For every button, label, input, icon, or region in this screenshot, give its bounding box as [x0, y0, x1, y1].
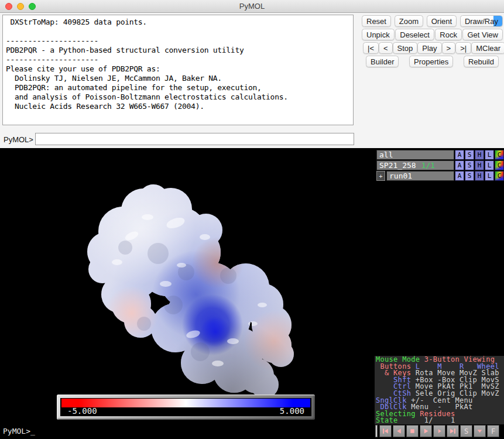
mouse-mode-panel: Mouse Mode 3-Button Viewing Buttons L M … — [375, 356, 504, 424]
orient-button-label: Orient — [431, 17, 452, 26]
hide-menu-button-all[interactable]: H — [475, 150, 484, 160]
skip-end-button[interactable] — [447, 425, 459, 437]
state-line[interactable]: State 1/ 1 — [376, 417, 504, 424]
stop-button[interactable]: Stop — [393, 42, 418, 54]
console-output[interactable]: DXStrToMap: 409825 data points. --------… — [2, 15, 354, 125]
object-label: run01 — [389, 172, 412, 180]
control-panel: ResetZoomOrientDraw/RayUnpickDeselectRoc… — [362, 15, 503, 69]
step-icon — [436, 427, 443, 435]
step-back-button[interactable] — [393, 425, 405, 437]
previous-frame-button-label: < — [383, 44, 388, 53]
rebuild-button-label: Rebuild — [468, 57, 494, 66]
side-panel: allASHLCSP21_2581/1ASHLC+run01ASHLC Mous… — [375, 148, 504, 424]
unpick-button[interactable]: Unpick — [362, 29, 395, 40]
label-menu-button-run01[interactable]: L — [485, 171, 494, 181]
properties-button[interactable]: Properties — [409, 56, 453, 67]
console-line — [6, 27, 350, 36]
previous-frame-button[interactable]: < — [379, 42, 393, 54]
last-frame-button[interactable]: >| — [455, 42, 471, 54]
scene-s-button[interactable]: S — [460, 425, 472, 437]
first-frame-button[interactable]: |< — [363, 42, 379, 54]
properties-button-label: Properties — [414, 57, 448, 66]
rock-button[interactable]: Rock — [435, 29, 462, 40]
get-view-button[interactable]: Get View — [462, 29, 503, 40]
color-menu-button-all[interactable]: C — [495, 150, 504, 160]
object-state-badge: 1/1 — [421, 161, 435, 170]
close-button[interactable] — [5, 3, 12, 10]
color-menu-button-sp21-258[interactable]: C — [495, 160, 504, 170]
minimize-button[interactable] — [17, 3, 24, 10]
molecule-surface[interactable] — [0, 148, 375, 424]
rock-button-label: Rock — [440, 30, 457, 39]
rebuild-button[interactable]: Rebuild — [464, 56, 499, 67]
action-menu-button-run01[interactable]: A — [455, 171, 464, 181]
console-line: --------------------- — [6, 36, 350, 46]
color-menu-button-run01[interactable]: C — [495, 171, 504, 181]
rewind-start-button[interactable] — [379, 425, 392, 437]
console-line: and analysis of Poisson-Boltzmann electr… — [6, 92, 350, 102]
object-label: SP21_258 — [379, 161, 416, 170]
scale-max-label: 5.000 — [280, 407, 304, 415]
label-menu-button-sp21-258[interactable]: L — [485, 160, 494, 170]
object-row-sp21-258: SP21_2581/1ASHLC — [376, 160, 504, 170]
viewport-3d[interactable]: -5.000 5.000 — [0, 148, 375, 424]
label-menu-button-all[interactable]: L — [485, 150, 494, 160]
play-icon — [422, 427, 430, 435]
command-input[interactable] — [35, 133, 354, 145]
prev-icon — [395, 427, 403, 435]
object-name-all[interactable]: all — [376, 150, 454, 160]
unpick-button-label: Unpick — [366, 30, 390, 39]
draw-ray-button[interactable]: Draw/Ray — [460, 15, 503, 27]
action-menu-button-sp21-258[interactable]: A — [455, 160, 464, 170]
hide-menu-button-run01[interactable]: H — [475, 171, 484, 181]
show-menu-button-all[interactable]: S — [465, 150, 474, 160]
builder-button[interactable]: Builder — [366, 56, 399, 67]
scalebar: -5.000 5.000 — [57, 395, 315, 420]
console-line: DXStrToMap: 409825 data points. — [6, 18, 350, 27]
next-frame-button[interactable]: > — [442, 42, 456, 54]
play-button-label: Play — [422, 44, 437, 53]
mclear-button[interactable]: MClear — [471, 42, 504, 54]
stop-icon — [409, 427, 416, 435]
object-name-run01[interactable]: run01 — [386, 171, 454, 181]
viewport-prompt: PyMOL>_ — [3, 427, 35, 435]
window-title: PyMOL — [0, 0, 504, 12]
scale-gradient — [61, 399, 310, 407]
last-frame-button-label: >| — [460, 44, 467, 53]
show-menu-button-sp21-258[interactable]: S — [465, 160, 474, 170]
full-f-button[interactable]: F — [487, 425, 499, 437]
playback-controls: SF — [375, 425, 504, 437]
console-line: Dolinsky TJ, Nielsen JE, McCammon JA, Ba… — [6, 74, 350, 83]
playback-divider — [375, 425, 378, 437]
maximize-button[interactable] — [29, 3, 36, 10]
down-icon — [476, 427, 484, 435]
control-panel-row: ResetZoomOrientDraw/Ray — [362, 15, 503, 27]
title-bar: PyMOL — [0, 0, 504, 13]
reset-button[interactable]: Reset — [362, 15, 391, 27]
orient-button[interactable]: Orient — [427, 15, 457, 27]
s-letter-icon: S — [464, 428, 468, 435]
bottom-bar: PyMOL>_ SF — [0, 424, 504, 439]
draw-ray-button-label: Draw/Ray — [465, 17, 498, 26]
play-button[interactable]: Play — [417, 42, 441, 54]
console-line: PDB2PQR - a Python-based structural conv… — [6, 46, 350, 55]
stop-playback-button[interactable] — [406, 425, 419, 437]
action-menu-button-all[interactable]: A — [455, 150, 464, 160]
frame-menu-button[interactable] — [474, 425, 486, 437]
upper-gui-area: DXStrToMap: 409825 data points. --------… — [0, 13, 504, 148]
skip-start-icon — [382, 427, 389, 435]
show-menu-button-run01[interactable]: S — [465, 171, 474, 181]
zoom-button[interactable]: Zoom — [395, 15, 423, 27]
step-forward-button[interactable] — [433, 425, 445, 437]
expand-toggle-run01[interactable]: + — [376, 171, 385, 181]
main-area: -5.000 5.000 allASHLCSP21_2581/1ASHLC+ru… — [0, 148, 504, 424]
object-row-all: allASHLC — [376, 150, 504, 160]
skip-end-icon — [449, 427, 457, 435]
control-panel-row: BuilderPropertiesRebuild — [362, 56, 503, 67]
play-playback-button[interactable] — [420, 425, 432, 437]
hide-menu-button-sp21-258[interactable]: H — [475, 160, 484, 170]
f-letter-icon: F — [491, 428, 495, 435]
object-name-sp21-258[interactable]: SP21_2581/1 — [376, 160, 454, 170]
console-line: Please cite your use of PDB2PQR as: — [6, 64, 350, 74]
deselect-button[interactable]: Deselect — [395, 29, 434, 40]
